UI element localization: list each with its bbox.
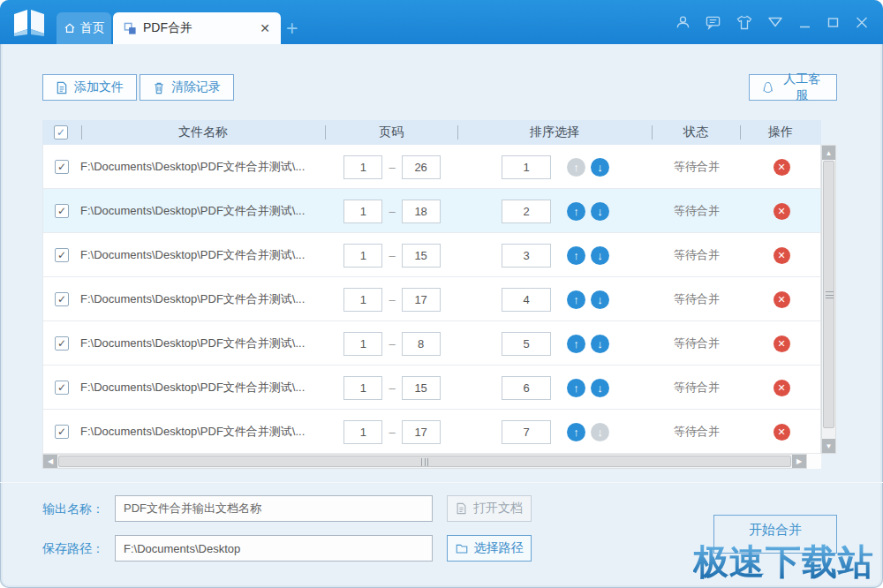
new-tab-button[interactable]: +	[286, 19, 298, 39]
page-from-input[interactable]	[343, 288, 382, 312]
row-status: 等待合并	[653, 410, 741, 454]
scroll-down-arrow[interactable]: ▼	[822, 439, 835, 453]
title-bar: 首页 PDF合并 ✕ +	[0, 0, 883, 44]
horizontal-scroll-thumb[interactable]	[58, 456, 791, 467]
move-down-button[interactable]: ↓	[591, 290, 609, 309]
feedback-icon[interactable]	[706, 15, 721, 30]
start-merge-button[interactable]: 开始合并	[713, 515, 837, 554]
move-up-button[interactable]: ↑	[567, 290, 585, 309]
clear-records-label: 清除记录	[171, 79, 221, 95]
clear-records-button[interactable]: 清除记录	[140, 74, 234, 101]
row-checkbox[interactable]: ✓	[55, 336, 69, 351]
vertical-scroll-thumb[interactable]	[823, 161, 834, 428]
row-checkbox[interactable]: ✓	[55, 381, 69, 395]
move-up-button[interactable]: ↑	[567, 246, 585, 265]
move-up-button[interactable]: ↑	[567, 202, 585, 221]
tab-close-icon[interactable]: ✕	[260, 21, 270, 35]
add-files-button[interactable]: 添加文件	[42, 74, 137, 101]
move-down-button[interactable]: ↓	[591, 246, 609, 265]
row-checkbox[interactable]: ✓	[55, 248, 69, 262]
minimize-icon[interactable]	[798, 16, 811, 29]
page-to-input[interactable]	[402, 376, 441, 400]
order-input[interactable]	[502, 420, 551, 444]
menu-dropdown-icon[interactable]	[767, 16, 783, 28]
vertical-scrollbar[interactable]: ▲ ▼	[821, 145, 836, 454]
header-status: 状态	[652, 120, 740, 145]
order-input[interactable]	[502, 288, 551, 312]
merge-tab-icon	[124, 22, 137, 35]
page-to-input[interactable]	[402, 244, 441, 268]
move-down-button[interactable]: ↓	[591, 335, 609, 353]
start-merge-label: 开始合并	[749, 522, 802, 539]
order-input[interactable]	[502, 244, 551, 268]
header-filename: 文件名称	[81, 120, 325, 145]
row-checkbox[interactable]: ✓	[55, 204, 69, 218]
delete-button[interactable]: ✕	[774, 247, 790, 264]
close-icon: ✕	[777, 338, 785, 350]
arrow-down-icon: ↓	[597, 205, 603, 218]
tab-pdf-merge[interactable]: PDF合并 ✕	[113, 12, 281, 44]
row-checkbox[interactable]: ✓	[55, 160, 69, 174]
page-from-input[interactable]	[343, 420, 382, 444]
close-window-icon[interactable]	[855, 16, 869, 29]
page-from-input[interactable]	[343, 200, 382, 223]
row-checkbox[interactable]: ✓	[55, 425, 69, 439]
check-icon: ✓	[57, 382, 66, 393]
page-to-input[interactable]	[402, 332, 441, 356]
customer-service-button[interactable]: 人工客服	[749, 74, 837, 101]
check-icon: ✓	[57, 294, 66, 305]
scroll-grip	[421, 458, 428, 466]
check-icon: ✓	[57, 338, 66, 349]
delete-button[interactable]: ✕	[774, 291, 790, 308]
move-up-button[interactable]: ↑	[567, 379, 585, 397]
tab-home[interactable]: 首页	[57, 12, 111, 44]
order-input[interactable]	[502, 155, 551, 179]
delete-button[interactable]: ✕	[774, 380, 790, 396]
app-window: 首页 PDF合并 ✕ +	[0, 0, 883, 588]
arrow-down-icon: ↓	[597, 249, 603, 262]
delete-button[interactable]: ✕	[774, 335, 790, 352]
page-to-input[interactable]	[402, 420, 441, 444]
delete-button[interactable]: ✕	[774, 203, 790, 220]
page-from-input[interactable]	[343, 376, 382, 400]
scroll-right-arrow[interactable]: ▶	[792, 455, 806, 468]
scroll-left-arrow[interactable]: ◀	[43, 455, 57, 468]
page-to-input[interactable]	[402, 288, 441, 312]
save-path-input[interactable]	[115, 535, 433, 562]
move-down-button[interactable]: ↓	[591, 379, 609, 397]
row-status: 等待合并	[653, 321, 741, 366]
move-up-button[interactable]: ↑	[567, 335, 585, 353]
user-icon[interactable]	[675, 15, 691, 30]
row-status: 等待合并	[653, 366, 741, 410]
order-input[interactable]	[502, 332, 551, 356]
theme-skin-icon[interactable]	[736, 15, 752, 30]
maximize-icon[interactable]	[826, 16, 840, 29]
row-status: 等待合并	[653, 145, 741, 189]
scroll-up-arrow[interactable]: ▲	[822, 146, 835, 160]
move-down-button[interactable]: ↓	[591, 202, 609, 221]
row-checkbox[interactable]: ✓	[55, 292, 69, 306]
delete-button[interactable]: ✕	[774, 424, 790, 441]
table-row: ✓ F:\Documents\Desktop\PDF文件合并测试\... – ↑…	[43, 189, 820, 233]
horizontal-scrollbar[interactable]: ◀ ▶	[42, 454, 807, 469]
delete-button[interactable]: ✕	[774, 159, 790, 176]
page-from-input[interactable]	[343, 332, 382, 356]
table-body: ✓ F:\Documents\Desktop\PDF文件合并测试\... – ↑…	[42, 145, 821, 454]
move-up-button[interactable]: ↑	[567, 423, 585, 441]
file-path: F:\Documents\Desktop\PDF文件合并测试\...	[80, 277, 326, 321]
page-from-input[interactable]	[343, 155, 382, 179]
page-to-input[interactable]	[402, 155, 441, 179]
file-path: F:\Documents\Desktop\PDF文件合并测试\...	[80, 366, 326, 410]
document-icon	[56, 81, 68, 94]
page-from-input[interactable]	[343, 244, 382, 268]
order-input[interactable]	[502, 200, 551, 223]
range-dash: –	[389, 293, 395, 306]
move-down-button[interactable]: ↓	[591, 158, 609, 177]
order-input[interactable]	[502, 376, 551, 400]
page-to-input[interactable]	[402, 200, 441, 223]
select-all-checkbox[interactable]: ✓	[54, 125, 68, 139]
footer-divider	[0, 482, 883, 483]
choose-path-button[interactable]: 选择路径	[447, 535, 532, 562]
output-name-input[interactable]	[115, 495, 433, 522]
open-document-button[interactable]: 打开文档	[447, 495, 532, 522]
